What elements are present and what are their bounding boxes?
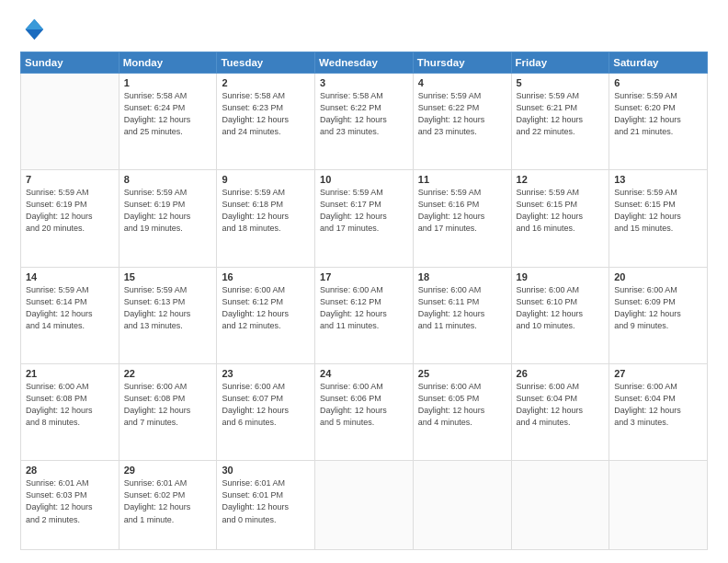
cell-line: Daylight: 12 hours (222, 211, 310, 223)
weekday-header-sunday: Sunday (21, 52, 119, 74)
calendar-week-1: 7Sunrise: 5:59 AMSunset: 6:19 PMDaylight… (21, 170, 708, 267)
cell-line: Sunset: 6:06 PM (320, 393, 408, 405)
cell-line: Daylight: 12 hours (517, 405, 605, 417)
cell-line: and 9 minutes. (614, 320, 702, 332)
day-number: 6 (614, 77, 702, 88)
cell-line: Sunset: 6:04 PM (614, 393, 702, 405)
cell-line: Sunrise: 5:59 AM (614, 90, 702, 102)
cell-line: Sunset: 6:22 PM (320, 102, 408, 114)
day-number: 21 (26, 368, 114, 379)
calendar-cell: 3Sunrise: 5:58 AMSunset: 6:22 PMDaylight… (315, 74, 414, 170)
calendar-cell: 30Sunrise: 6:01 AMSunset: 6:01 PMDayligh… (217, 461, 315, 550)
day-number: 8 (124, 174, 212, 185)
cell-line: Sunset: 6:14 PM (26, 296, 114, 308)
calendar-cell: 28Sunrise: 6:01 AMSunset: 6:03 PMDayligh… (21, 461, 119, 550)
cell-line: Sunrise: 6:00 AM (418, 381, 506, 393)
calendar-cell: 20Sunrise: 6:00 AMSunset: 6:09 PMDayligh… (609, 267, 708, 363)
logo-icon (20, 17, 46, 42)
cell-line: Sunset: 6:10 PM (517, 296, 605, 308)
cell-line: Daylight: 12 hours (222, 501, 310, 513)
cell-line: and 8 minutes. (26, 417, 114, 429)
day-number: 10 (320, 174, 408, 185)
calendar-cell: 23Sunrise: 6:00 AMSunset: 6:07 PMDayligh… (217, 364, 315, 461)
cell-line: Sunrise: 6:00 AM (124, 381, 212, 393)
calendar-cell: 2Sunrise: 5:58 AMSunset: 6:23 PMDaylight… (217, 74, 315, 170)
cell-line: and 3 minutes. (614, 417, 702, 429)
day-number: 29 (124, 465, 212, 476)
cell-line: Daylight: 12 hours (418, 405, 506, 417)
cell-line: Daylight: 12 hours (124, 308, 212, 320)
cell-line: and 4 minutes. (418, 417, 506, 429)
calendar-cell: 26Sunrise: 6:00 AMSunset: 6:04 PMDayligh… (511, 364, 609, 461)
calendar-header-row: SundayMondayTuesdayWednesdayThursdayFrid… (21, 52, 708, 74)
cell-line: Daylight: 12 hours (222, 405, 310, 417)
cell-info: Sunrise: 5:59 AMSunset: 6:19 PMDaylight:… (124, 187, 212, 235)
cell-line: Sunset: 6:04 PM (517, 393, 605, 405)
calendar-table: SundayMondayTuesdayWednesdayThursdayFrid… (20, 52, 708, 550)
calendar-cell (315, 461, 414, 550)
cell-info: Sunrise: 5:59 AMSunset: 6:19 PMDaylight:… (26, 187, 114, 235)
cell-line: and 13 minutes. (124, 320, 212, 332)
cell-line: Sunrise: 6:00 AM (614, 381, 702, 393)
cell-line: Daylight: 12 hours (517, 114, 605, 126)
cell-line: Sunset: 6:08 PM (124, 393, 212, 405)
calendar-cell: 24Sunrise: 6:00 AMSunset: 6:06 PMDayligh… (315, 364, 414, 461)
calendar-cell: 25Sunrise: 6:00 AMSunset: 6:05 PMDayligh… (413, 364, 511, 461)
svg-marker-1 (26, 19, 44, 29)
cell-info: Sunrise: 5:58 AMSunset: 6:23 PMDaylight:… (222, 90, 310, 138)
cell-line: Sunset: 6:13 PM (124, 296, 212, 308)
cell-line: Sunrise: 5:59 AM (26, 284, 114, 296)
cell-line: Sunrise: 6:00 AM (320, 284, 408, 296)
calendar-cell: 21Sunrise: 6:00 AMSunset: 6:08 PMDayligh… (21, 364, 119, 461)
cell-line: and 17 minutes. (418, 223, 506, 235)
cell-line: and 16 minutes. (517, 223, 605, 235)
cell-line: Sunrise: 6:00 AM (517, 381, 605, 393)
cell-line: Sunset: 6:24 PM (124, 102, 212, 114)
calendar-cell: 6Sunrise: 5:59 AMSunset: 6:20 PMDaylight… (609, 74, 708, 170)
cell-info: Sunrise: 6:00 AMSunset: 6:05 PMDaylight:… (418, 381, 506, 429)
cell-line: Sunrise: 6:00 AM (418, 284, 506, 296)
cell-line: and 10 minutes. (517, 320, 605, 332)
cell-line: Daylight: 12 hours (124, 405, 212, 417)
cell-info: Sunrise: 6:00 AMSunset: 6:12 PMDaylight:… (222, 284, 310, 332)
calendar-week-0: 1Sunrise: 5:58 AMSunset: 6:24 PMDaylight… (21, 74, 708, 170)
cell-line: Sunset: 6:21 PM (517, 102, 605, 114)
calendar-cell: 10Sunrise: 5:59 AMSunset: 6:17 PMDayligh… (315, 170, 414, 267)
calendar-week-4: 28Sunrise: 6:01 AMSunset: 6:03 PMDayligh… (21, 461, 708, 550)
cell-info: Sunrise: 5:59 AMSunset: 6:22 PMDaylight:… (418, 90, 506, 138)
weekday-header-wednesday: Wednesday (315, 52, 414, 74)
cell-line: Sunset: 6:01 PM (222, 489, 310, 501)
calendar-cell: 18Sunrise: 6:00 AMSunset: 6:11 PMDayligh… (413, 267, 511, 363)
day-number: 19 (517, 271, 605, 282)
calendar-cell: 16Sunrise: 6:00 AMSunset: 6:12 PMDayligh… (217, 267, 315, 363)
cell-line: Sunset: 6:18 PM (222, 199, 310, 211)
day-number: 27 (614, 368, 702, 379)
calendar-cell (511, 461, 609, 550)
day-number: 9 (222, 174, 310, 185)
day-number: 20 (614, 271, 702, 282)
cell-line: Sunset: 6:22 PM (418, 102, 506, 114)
cell-info: Sunrise: 5:59 AMSunset: 6:13 PMDaylight:… (124, 284, 212, 332)
cell-line: Sunrise: 6:00 AM (26, 381, 114, 393)
cell-line: Daylight: 12 hours (614, 211, 702, 223)
cell-info: Sunrise: 6:00 AMSunset: 6:11 PMDaylight:… (418, 284, 506, 332)
cell-line: Daylight: 12 hours (517, 308, 605, 320)
cell-line: Sunrise: 5:59 AM (124, 284, 212, 296)
cell-line: Sunset: 6:23 PM (222, 102, 310, 114)
cell-info: Sunrise: 5:59 AMSunset: 6:18 PMDaylight:… (222, 187, 310, 235)
cell-info: Sunrise: 5:59 AMSunset: 6:15 PMDaylight:… (517, 187, 605, 235)
cell-line: Daylight: 12 hours (418, 211, 506, 223)
cell-line: Sunrise: 6:01 AM (124, 477, 212, 489)
cell-line: Sunrise: 6:01 AM (26, 477, 114, 489)
cell-line: Sunset: 6:08 PM (26, 393, 114, 405)
cell-line: Daylight: 12 hours (124, 114, 212, 126)
calendar-cell: 1Sunrise: 5:58 AMSunset: 6:24 PMDaylight… (119, 74, 217, 170)
cell-line: and 25 minutes. (124, 126, 212, 138)
cell-info: Sunrise: 5:58 AMSunset: 6:24 PMDaylight:… (124, 90, 212, 138)
page: SundayMondayTuesdayWednesdayThursdayFrid… (0, 0, 728, 563)
cell-line: and 20 minutes. (26, 223, 114, 235)
day-number: 28 (26, 465, 114, 476)
cell-line: and 11 minutes. (320, 320, 408, 332)
cell-line: Sunrise: 6:00 AM (614, 284, 702, 296)
calendar-cell: 29Sunrise: 6:01 AMSunset: 6:02 PMDayligh… (119, 461, 217, 550)
